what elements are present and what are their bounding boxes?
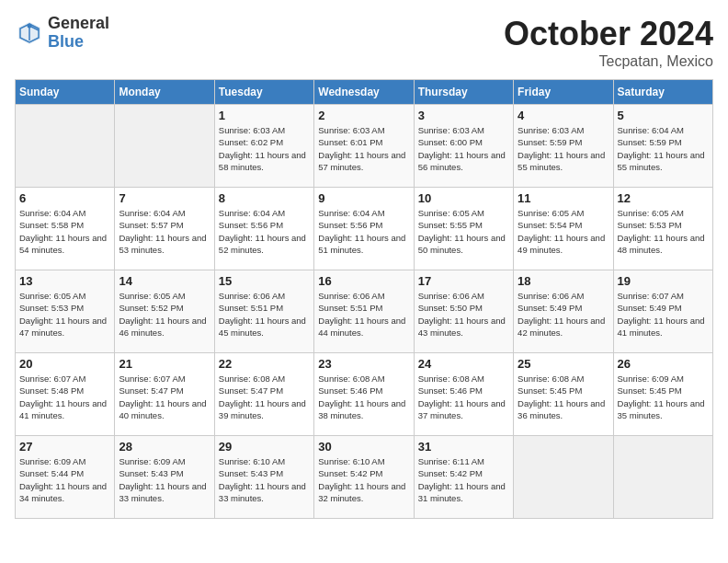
day-info: Sunrise: 6:08 AM Sunset: 5:47 PM Dayligh… bbox=[219, 373, 310, 421]
calendar-cell: 28Sunrise: 6:09 AM Sunset: 5:43 PM Dayli… bbox=[115, 436, 214, 519]
calendar-cell: 14Sunrise: 6:05 AM Sunset: 5:52 PM Dayli… bbox=[115, 270, 214, 353]
day-number: 17 bbox=[418, 274, 509, 288]
calendar-cell: 2Sunrise: 6:03 AM Sunset: 6:01 PM Daylig… bbox=[314, 105, 414, 188]
calendar-cell: 3Sunrise: 6:03 AM Sunset: 6:00 PM Daylig… bbox=[414, 105, 513, 188]
calendar-cell: 10Sunrise: 6:05 AM Sunset: 5:55 PM Dayli… bbox=[414, 188, 513, 270]
logo-icon bbox=[15, 18, 44, 48]
logo-blue: Blue bbox=[48, 33, 109, 52]
calendar-cell: 16Sunrise: 6:06 AM Sunset: 5:51 PM Dayli… bbox=[314, 270, 414, 353]
day-number: 3 bbox=[418, 109, 509, 122]
day-number: 27 bbox=[19, 440, 110, 454]
day-info: Sunrise: 6:05 AM Sunset: 5:55 PM Dayligh… bbox=[418, 207, 509, 256]
calendar-week-row: 13Sunrise: 6:05 AM Sunset: 5:53 PM Dayli… bbox=[16, 270, 713, 353]
day-info: Sunrise: 6:04 AM Sunset: 5:57 PM Dayligh… bbox=[119, 207, 210, 256]
day-info: Sunrise: 6:04 AM Sunset: 5:56 PM Dayligh… bbox=[318, 207, 409, 256]
day-info: Sunrise: 6:05 AM Sunset: 5:53 PM Dayligh… bbox=[618, 207, 709, 256]
header-day: Wednesday bbox=[314, 80, 414, 105]
day-info: Sunrise: 6:06 AM Sunset: 5:50 PM Dayligh… bbox=[418, 290, 509, 339]
day-number: 20 bbox=[19, 357, 110, 371]
day-number: 18 bbox=[518, 274, 609, 288]
calendar-cell: 1Sunrise: 6:03 AM Sunset: 6:02 PM Daylig… bbox=[214, 105, 313, 188]
day-info: Sunrise: 6:10 AM Sunset: 5:42 PM Dayligh… bbox=[318, 455, 409, 504]
day-number: 31 bbox=[418, 440, 509, 454]
calendar-cell bbox=[16, 105, 115, 188]
day-info: Sunrise: 6:08 AM Sunset: 5:46 PM Dayligh… bbox=[318, 373, 409, 421]
title-block: October 2024 Tecpatan, Mexico bbox=[504, 15, 713, 70]
day-info: Sunrise: 6:03 AM Sunset: 6:00 PM Dayligh… bbox=[418, 124, 509, 173]
day-info: Sunrise: 6:03 AM Sunset: 5:59 PM Dayligh… bbox=[518, 124, 609, 173]
logo-general: General bbox=[48, 15, 109, 33]
calendar-cell: 4Sunrise: 6:03 AM Sunset: 5:59 PM Daylig… bbox=[514, 105, 613, 188]
calendar-cell: 5Sunrise: 6:04 AM Sunset: 5:59 PM Daylig… bbox=[613, 105, 712, 188]
logo-text: General Blue bbox=[48, 15, 109, 52]
calendar-cell: 6Sunrise: 6:04 AM Sunset: 5:58 PM Daylig… bbox=[16, 188, 115, 270]
day-number: 28 bbox=[119, 440, 210, 454]
day-number: 24 bbox=[418, 357, 509, 371]
header-day: Monday bbox=[115, 80, 214, 105]
calendar-week-row: 1Sunrise: 6:03 AM Sunset: 6:02 PM Daylig… bbox=[16, 105, 713, 188]
day-info: Sunrise: 6:09 AM Sunset: 5:43 PM Dayligh… bbox=[119, 455, 210, 504]
day-number: 25 bbox=[518, 357, 609, 371]
day-number: 23 bbox=[318, 357, 409, 371]
calendar-week-row: 27Sunrise: 6:09 AM Sunset: 5:44 PM Dayli… bbox=[16, 436, 713, 519]
calendar-week-row: 20Sunrise: 6:07 AM Sunset: 5:48 PM Dayli… bbox=[16, 353, 713, 436]
calendar-cell: 29Sunrise: 6:10 AM Sunset: 5:43 PM Dayli… bbox=[214, 436, 313, 519]
day-number: 4 bbox=[518, 109, 609, 122]
day-number: 14 bbox=[119, 274, 210, 288]
page-header: General Blue October 2024 Tecpatan, Mexi… bbox=[15, 15, 713, 70]
calendar-cell: 13Sunrise: 6:05 AM Sunset: 5:53 PM Dayli… bbox=[16, 270, 115, 353]
calendar-cell: 22Sunrise: 6:08 AM Sunset: 5:47 PM Dayli… bbox=[214, 353, 313, 436]
day-info: Sunrise: 6:10 AM Sunset: 5:43 PM Dayligh… bbox=[219, 455, 310, 504]
calendar-cell: 8Sunrise: 6:04 AM Sunset: 5:56 PM Daylig… bbox=[214, 188, 313, 270]
header-row: SundayMondayTuesdayWednesdayThursdayFrid… bbox=[16, 80, 713, 105]
day-number: 5 bbox=[618, 109, 709, 122]
day-info: Sunrise: 6:06 AM Sunset: 5:49 PM Dayligh… bbox=[518, 290, 609, 339]
calendar-cell: 23Sunrise: 6:08 AM Sunset: 5:46 PM Dayli… bbox=[314, 353, 414, 436]
day-info: Sunrise: 6:08 AM Sunset: 5:45 PM Dayligh… bbox=[518, 373, 609, 421]
calendar-cell: 19Sunrise: 6:07 AM Sunset: 5:49 PM Dayli… bbox=[613, 270, 712, 353]
day-info: Sunrise: 6:07 AM Sunset: 5:48 PM Dayligh… bbox=[19, 373, 110, 421]
calendar-table: SundayMondayTuesdayWednesdayThursdayFrid… bbox=[15, 79, 713, 519]
day-info: Sunrise: 6:05 AM Sunset: 5:52 PM Dayligh… bbox=[119, 290, 210, 339]
calendar-week-row: 6Sunrise: 6:04 AM Sunset: 5:58 PM Daylig… bbox=[16, 188, 713, 270]
day-info: Sunrise: 6:05 AM Sunset: 5:53 PM Dayligh… bbox=[19, 290, 110, 339]
header-day: Tuesday bbox=[214, 80, 313, 105]
header-day: Saturday bbox=[613, 80, 712, 105]
calendar-cell: 15Sunrise: 6:06 AM Sunset: 5:51 PM Dayli… bbox=[214, 270, 313, 353]
calendar-cell: 17Sunrise: 6:06 AM Sunset: 5:50 PM Dayli… bbox=[414, 270, 513, 353]
day-info: Sunrise: 6:11 AM Sunset: 5:42 PM Dayligh… bbox=[418, 455, 509, 504]
day-number: 21 bbox=[119, 357, 210, 371]
location: Tecpatan, Mexico bbox=[504, 53, 713, 70]
day-info: Sunrise: 6:03 AM Sunset: 6:01 PM Dayligh… bbox=[318, 124, 409, 173]
day-number: 30 bbox=[318, 440, 409, 454]
calendar-cell: 30Sunrise: 6:10 AM Sunset: 5:42 PM Dayli… bbox=[314, 436, 414, 519]
day-number: 29 bbox=[219, 440, 310, 454]
day-number: 12 bbox=[618, 191, 709, 205]
day-number: 13 bbox=[19, 274, 110, 288]
header-day: Friday bbox=[514, 80, 613, 105]
calendar-cell bbox=[115, 105, 214, 188]
day-number: 7 bbox=[119, 191, 210, 205]
day-number: 1 bbox=[219, 109, 310, 122]
day-info: Sunrise: 6:09 AM Sunset: 5:44 PM Dayligh… bbox=[19, 455, 110, 504]
day-number: 9 bbox=[318, 191, 409, 205]
header-day: Thursday bbox=[414, 80, 513, 105]
day-number: 19 bbox=[618, 274, 709, 288]
calendar-cell: 24Sunrise: 6:08 AM Sunset: 5:46 PM Dayli… bbox=[414, 353, 513, 436]
day-info: Sunrise: 6:04 AM Sunset: 5:59 PM Dayligh… bbox=[618, 124, 709, 173]
calendar-cell: 25Sunrise: 6:08 AM Sunset: 5:45 PM Dayli… bbox=[514, 353, 613, 436]
calendar-cell: 7Sunrise: 6:04 AM Sunset: 5:57 PM Daylig… bbox=[115, 188, 214, 270]
calendar-cell: 21Sunrise: 6:07 AM Sunset: 5:47 PM Dayli… bbox=[115, 353, 214, 436]
calendar-cell: 9Sunrise: 6:04 AM Sunset: 5:56 PM Daylig… bbox=[314, 188, 414, 270]
calendar-cell: 12Sunrise: 6:05 AM Sunset: 5:53 PM Dayli… bbox=[613, 188, 712, 270]
day-number: 16 bbox=[318, 274, 409, 288]
day-info: Sunrise: 6:08 AM Sunset: 5:46 PM Dayligh… bbox=[418, 373, 509, 421]
calendar-cell: 31Sunrise: 6:11 AM Sunset: 5:42 PM Dayli… bbox=[414, 436, 513, 519]
day-info: Sunrise: 6:06 AM Sunset: 5:51 PM Dayligh… bbox=[318, 290, 409, 339]
svg-point-2 bbox=[28, 23, 32, 28]
day-number: 2 bbox=[318, 109, 409, 122]
day-info: Sunrise: 6:05 AM Sunset: 5:54 PM Dayligh… bbox=[518, 207, 609, 256]
day-info: Sunrise: 6:04 AM Sunset: 5:58 PM Dayligh… bbox=[19, 207, 110, 256]
day-info: Sunrise: 6:07 AM Sunset: 5:47 PM Dayligh… bbox=[119, 373, 210, 421]
day-info: Sunrise: 6:09 AM Sunset: 5:45 PM Dayligh… bbox=[618, 373, 709, 421]
